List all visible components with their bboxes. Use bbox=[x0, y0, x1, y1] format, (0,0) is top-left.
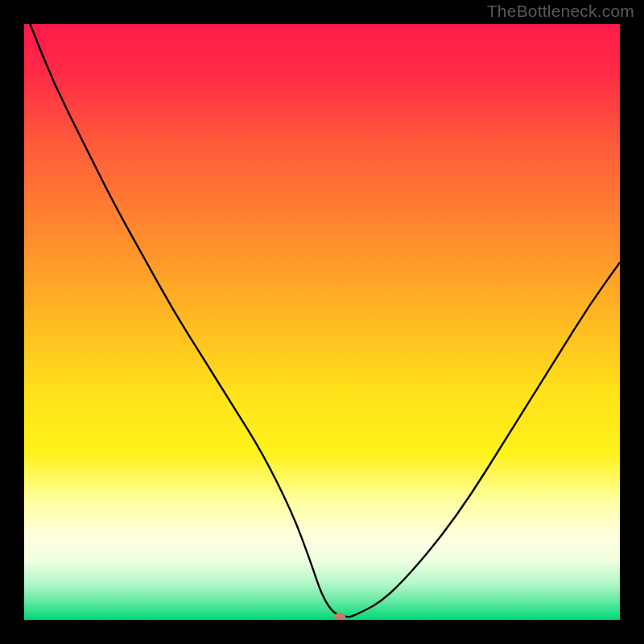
watermark-text: TheBottleneck.com bbox=[487, 2, 634, 21]
bottleneck-chart bbox=[24, 24, 620, 620]
gradient-background bbox=[24, 24, 620, 620]
chart-frame: TheBottleneck.com bbox=[0, 0, 644, 644]
